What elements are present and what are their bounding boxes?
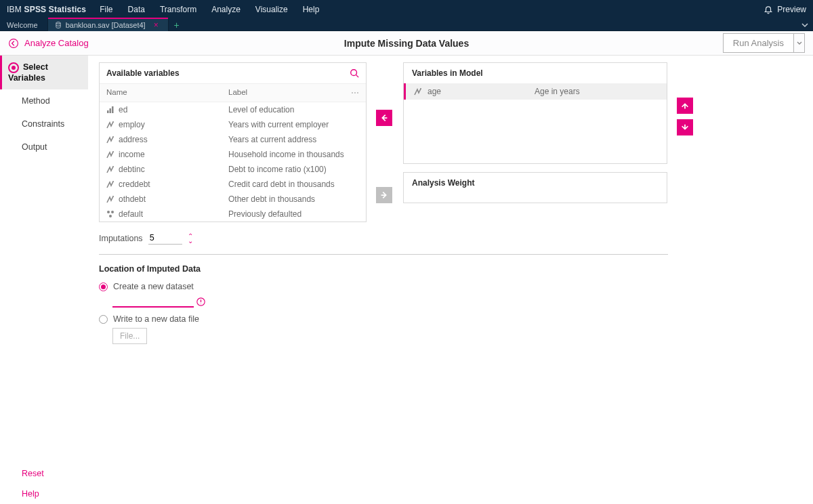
variable-row[interactable]: addressYears at current address — [100, 132, 366, 147]
columns-more[interactable]: ⋯ — [351, 88, 359, 98]
svg-point-13 — [111, 211, 114, 213]
sidebar-item-constraints[interactable]: Constraints — [0, 112, 88, 135]
svg-point-12 — [107, 211, 110, 213]
available-variables-title: Available variables — [106, 68, 180, 78]
menu-visualize[interactable]: Visualize — [255, 5, 288, 14]
menu-data[interactable]: Data — [128, 5, 145, 14]
svg-rect-3 — [107, 110, 109, 113]
tabs-row: Welcome bankloan.sav [Dataset4] × + — [0, 19, 813, 31]
svg-rect-4 — [110, 108, 112, 113]
col-name[interactable]: Name — [106, 88, 228, 98]
tab-welcome[interactable]: Welcome — [0, 19, 48, 31]
search-icon — [350, 68, 359, 78]
variable-row[interactable]: incomeHousehold income in thousands — [100, 147, 366, 162]
variable-label: Years at current address — [228, 135, 359, 144]
variable-label: Debt to income ratio (x100) — [228, 165, 359, 174]
svg-point-8 — [112, 151, 114, 152]
arrow-left-icon — [379, 113, 389, 123]
measure-icon — [106, 195, 116, 203]
variable-row[interactable]: debtincDebt to income ratio (x100) — [100, 162, 366, 177]
variable-label: Age in years — [535, 87, 659, 96]
variable-name: age — [428, 87, 535, 96]
radio-create-dataset[interactable]: Create a new dataset — [99, 282, 802, 291]
move-down-button[interactable] — [677, 119, 693, 135]
variable-row[interactable]: creddebtCredit card debt in thousands — [100, 177, 366, 192]
svg-point-14 — [109, 215, 112, 217]
variable-label: Years with current employer — [228, 120, 359, 129]
remove-variable-button[interactable] — [376, 110, 392, 126]
step-indicator-icon — [8, 62, 19, 73]
variable-label: Other debt in thousands — [228, 194, 359, 204]
preview-button[interactable]: Preview — [764, 5, 806, 14]
variable-row[interactable]: employYears with current employer — [100, 117, 366, 132]
menu-help[interactable]: Help — [303, 5, 320, 14]
variable-name: debtinc — [119, 165, 228, 174]
add-weight-button[interactable] — [376, 187, 392, 203]
imputations-stepper[interactable]: ⌃ ⌄ — [188, 234, 193, 243]
variables-in-model-panel: Variables in Model ageAge in years — [403, 62, 667, 164]
menu-transform[interactable]: Transform — [160, 5, 196, 14]
available-variables-panel: Available variables Name Label ⋯ edLevel… — [99, 62, 367, 222]
svg-point-0 — [56, 22, 60, 24]
move-up-button[interactable] — [677, 98, 693, 114]
imputations-input[interactable] — [148, 232, 182, 245]
chevron-down-icon: ⌄ — [188, 238, 193, 243]
database-icon — [55, 22, 62, 28]
chevron-down-icon — [801, 21, 809, 29]
error-icon — [196, 297, 205, 306]
analysis-weight-title: Analysis Weight — [404, 173, 667, 193]
file-button[interactable]: File... — [112, 328, 147, 344]
sidebar-item-method[interactable]: Method — [0, 89, 88, 112]
run-dropdown[interactable] — [794, 33, 805, 53]
svg-point-7 — [112, 136, 114, 138]
sidebar-item-output[interactable]: Output — [0, 135, 88, 159]
divider — [99, 254, 668, 255]
arrow-down-icon — [680, 123, 690, 132]
svg-point-9 — [112, 166, 114, 167]
variable-label: Level of education — [228, 105, 359, 114]
measure-icon — [106, 210, 116, 218]
run-analysis-button[interactable]: Run Analysis — [723, 33, 794, 53]
imputations-label: Imputations — [99, 234, 143, 243]
radio-write-file[interactable]: Write to a new data file — [99, 314, 802, 324]
menu-bar: IBM SPSS Statistics File Data Transform … — [0, 0, 813, 19]
menu-analyze[interactable]: Analyze — [211, 5, 241, 14]
svg-point-1 — [9, 39, 18, 47]
model-variable-row[interactable]: ageAge in years — [404, 83, 667, 100]
dataset-name-input[interactable] — [112, 295, 194, 308]
variable-name: othdebt — [119, 194, 228, 204]
variable-name: income — [119, 150, 228, 159]
variable-name: ed — [119, 105, 228, 114]
sidebar-item-select-variables[interactable]: Select Variables — [0, 56, 88, 89]
svg-point-10 — [112, 181, 114, 182]
chevron-down-icon — [797, 41, 802, 46]
bell-icon — [764, 5, 773, 14]
variable-row[interactable]: defaultPreviously defaulted — [100, 207, 366, 222]
variable-row[interactable]: othdebtOther debt in thousands — [100, 192, 366, 207]
variable-name: creddebt — [119, 180, 228, 189]
search-button[interactable] — [350, 68, 359, 78]
close-icon[interactable]: × — [154, 21, 159, 29]
analyze-catalog-back[interactable]: Analyze Catalog — [8, 38, 89, 49]
measure-icon — [106, 165, 116, 173]
svg-point-15 — [420, 88, 421, 89]
tabs-chevron[interactable] — [797, 19, 813, 30]
variable-name: address — [119, 135, 228, 144]
svg-point-6 — [112, 121, 114, 123]
variable-name: employ — [119, 120, 228, 129]
location-title: Location of Imputed Data — [99, 264, 802, 274]
measure-icon — [106, 150, 116, 159]
analysis-weight-panel: Analysis Weight — [403, 172, 667, 203]
add-tab-button[interactable]: + — [169, 19, 185, 30]
variable-label: Household income in thousands — [228, 150, 359, 159]
col-label[interactable]: Label — [228, 88, 351, 98]
tab-dataset[interactable]: bankloan.sav [Dataset4] × — [48, 19, 169, 31]
variable-name: default — [119, 209, 228, 219]
variable-row[interactable]: edLevel of education — [100, 102, 366, 117]
brand: IBM SPSS Statistics — [7, 5, 86, 14]
sidebar-help[interactable]: Help — [0, 484, 88, 504]
page-title: Impute Missing Data Values — [344, 38, 469, 49]
menu-file[interactable]: File — [100, 5, 112, 14]
svg-point-2 — [351, 70, 357, 76]
sidebar-reset[interactable]: Reset — [0, 463, 88, 484]
